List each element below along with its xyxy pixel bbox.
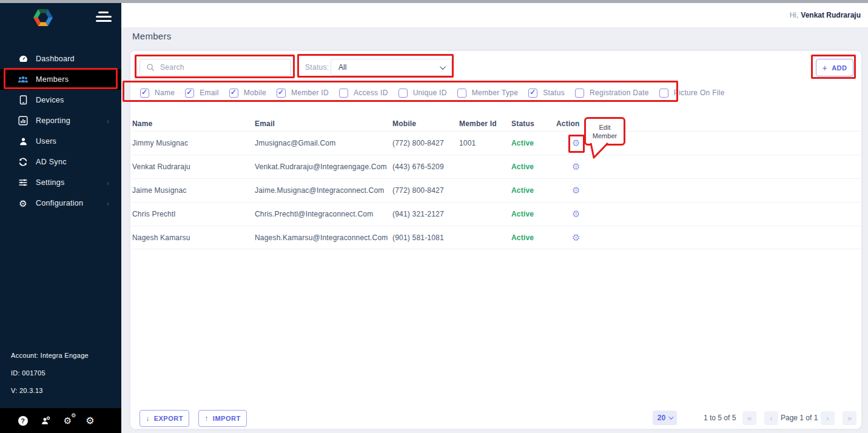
- app-version: V: 20.3.13: [11, 382, 89, 400]
- cell-email: Chris.Prechtl@Integraconnect.Com: [255, 210, 392, 218]
- cell-name: Chris Prechtl: [132, 210, 255, 218]
- sidebar: Dashboard Members Devices Reporting ›: [0, 0, 121, 433]
- column-toggle-name[interactable]: Name: [140, 89, 175, 98]
- export-button-label: EXPORT: [154, 415, 183, 422]
- chevron-down-icon: [440, 64, 446, 70]
- cell-name: Jaime Musignac: [132, 186, 255, 195]
- sidebar-item-devices[interactable]: Devices: [0, 90, 121, 110]
- sidebar-item-label: Dashboard: [36, 55, 75, 63]
- status-filter-select[interactable]: All: [331, 59, 452, 76]
- status-badge: Active: [511, 163, 556, 171]
- window-top-edge: [0, 0, 868, 3]
- column-toggle-mobile[interactable]: Mobile: [229, 89, 266, 98]
- column-toggle-unique-id[interactable]: Unique ID: [399, 89, 447, 98]
- chevron-right-icon: ›: [107, 199, 109, 208]
- sidebar-item-members[interactable]: Members: [0, 69, 121, 90]
- col-header-status: Status: [511, 119, 556, 128]
- checkbox-icon: [659, 89, 668, 98]
- double-chevron-right-icon: »: [847, 414, 852, 423]
- edit-member-gear-icon[interactable]: ⚙: [572, 138, 580, 148]
- greeting-text: Hi,: [790, 11, 799, 19]
- sidebar-toggle-icon[interactable]: [96, 12, 112, 25]
- col-header-email: Email: [255, 119, 392, 128]
- last-page-button[interactable]: »: [843, 411, 856, 425]
- column-toggle-member-id[interactable]: Member ID: [277, 89, 329, 98]
- col-header-mobile: Mobile: [392, 119, 459, 128]
- top-header: Hi,Venkat Rudraraju: [121, 3, 868, 27]
- gears-icon[interactable]: ⚙⚙: [62, 415, 73, 426]
- search-box: [140, 59, 291, 76]
- column-toggle-status[interactable]: Status: [528, 89, 565, 98]
- account-info: Account: Integra Engage ID: 001705 V: 20…: [11, 347, 89, 400]
- add-button-label: ADD: [832, 64, 847, 72]
- first-page-button[interactable]: «: [742, 411, 756, 425]
- edit-member-gear-icon[interactable]: ⚙: [572, 232, 580, 243]
- add-member-button[interactable]: + ADD: [816, 59, 853, 76]
- help-icon[interactable]: ?: [18, 415, 28, 426]
- checkbox-icon: [399, 89, 408, 98]
- reporting-icon: [18, 115, 29, 126]
- user-name: Venkat Rudraraju: [801, 11, 861, 19]
- checkbox-icon: [528, 89, 537, 98]
- members-table: Name Email Mobile Member Id Status Actio…: [130, 116, 861, 249]
- sidebar-item-ad-sync[interactable]: AD Sync: [0, 152, 121, 172]
- status-badge: Active: [511, 139, 556, 147]
- sidebar-header: [0, 0, 121, 34]
- table-row: Jaime Musignac Jaime.Musignac@Integracon…: [132, 178, 861, 202]
- status-badge: Active: [511, 210, 556, 218]
- previous-page-button[interactable]: ‹: [764, 411, 778, 425]
- members-panel: Status: All + ADD Name Email Mobile Memb…: [130, 51, 861, 429]
- checkbox-icon: [140, 89, 149, 98]
- column-toggle-email[interactable]: Email: [185, 89, 219, 98]
- status-badge: Active: [511, 186, 556, 195]
- column-toggle-access-id[interactable]: Access ID: [339, 89, 388, 98]
- page-size-value: 20: [658, 414, 665, 422]
- table-row: Jimmy Musignac Jmusignac@Gmail.Com (772)…: [132, 131, 861, 155]
- status-badge: Active: [511, 233, 556, 242]
- column-toggle-picture-on-file[interactable]: Picture On File: [659, 89, 725, 98]
- sidebar-item-label: Reporting: [36, 116, 70, 125]
- users-icon: [18, 136, 29, 147]
- edit-member-gear-icon[interactable]: ⚙: [572, 161, 580, 172]
- column-toggles: Name Email Mobile Member ID Access ID Un…: [132, 84, 725, 101]
- table-row: Nagesh Kamarsu Nagesh.Kamarsu@Integracon…: [132, 226, 861, 249]
- col-header-action: Action: [556, 119, 861, 128]
- chevron-right-icon: ›: [107, 116, 109, 126]
- chevron-down-icon: [668, 414, 673, 419]
- sidebar-nav: Dashboard Members Devices Reporting ›: [0, 49, 121, 213]
- user-alert-icon[interactable]: [40, 415, 50, 426]
- configuration-icon: ⚙: [18, 198, 29, 209]
- search-input[interactable]: [140, 59, 291, 76]
- sidebar-footer: ? ⚙⚙ ⚙: [0, 408, 121, 433]
- account-name: Account: Integra Engage: [11, 347, 89, 364]
- cell-mobile: (772) 800-8427: [392, 186, 459, 195]
- page-size-select[interactable]: 20: [653, 411, 677, 425]
- edit-member-gear-icon[interactable]: ⚙: [572, 185, 580, 195]
- ad-sync-icon: [18, 156, 29, 167]
- column-toggle-member-type[interactable]: Member Type: [457, 89, 518, 98]
- row-range-text: 1 to 5 of 5: [704, 411, 736, 425]
- app-logo-icon: [32, 6, 55, 29]
- sidebar-item-configuration[interactable]: ⚙ Configuration ›: [0, 193, 121, 213]
- sidebar-item-settings[interactable]: Settings ›: [0, 172, 121, 193]
- settings-icon: [18, 177, 29, 188]
- devices-icon: [18, 95, 29, 106]
- sidebar-item-reporting[interactable]: Reporting ›: [0, 110, 121, 131]
- cell-mobile: (941) 321-2127: [392, 210, 459, 218]
- edit-member-gear-icon[interactable]: ⚙: [572, 209, 580, 219]
- app-window: Dashboard Members Devices Reporting ›: [0, 0, 868, 433]
- cell-name: Nagesh Kamarsu: [132, 233, 255, 242]
- sidebar-item-users[interactable]: Users: [0, 131, 121, 152]
- import-button[interactable]: ↑ IMPORT: [198, 410, 247, 427]
- next-page-button[interactable]: ›: [821, 411, 835, 425]
- export-button[interactable]: ↓ EXPORT: [140, 410, 189, 427]
- dashboard-icon: [18, 53, 29, 64]
- col-header-member-id: Member Id: [459, 119, 511, 128]
- checkbox-icon: [277, 89, 286, 98]
- plus-icon: +: [822, 63, 827, 73]
- checkbox-icon: [339, 89, 348, 98]
- sidebar-item-dashboard[interactable]: Dashboard: [0, 49, 121, 69]
- cell-mobile: (901) 581-1081: [392, 233, 459, 242]
- column-toggle-registration-date[interactable]: Registration Date: [575, 89, 649, 98]
- gear-icon[interactable]: ⚙: [85, 415, 95, 426]
